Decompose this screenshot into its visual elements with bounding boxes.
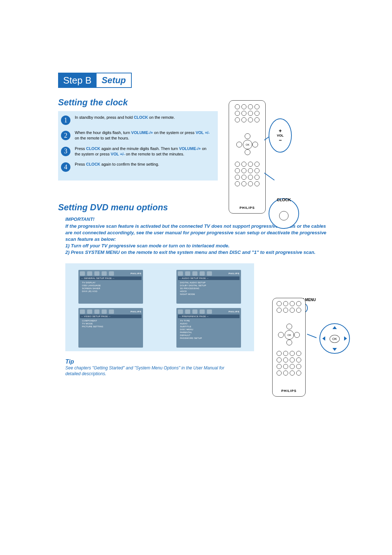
menu-item: NIGHT MODE [180, 293, 237, 296]
tip-label: Tip [65, 358, 232, 365]
tip-text: See chapters "Getting Started" and "Syst… [65, 365, 232, 377]
menu-item: TV TYPE [180, 319, 237, 322]
vol-minus-icon: − [279, 137, 282, 143]
step-text: When the hour digits flash, turn VOLUME-… [75, 130, 211, 141]
step-number: 3 [61, 147, 70, 156]
menu-item: DEFAULT [180, 334, 237, 337]
dvd-menus: PHILIPS -- GENERAL SETUP PAGE -- TV DISP… [65, 263, 254, 351]
remote-body: OK PHILIPS [272, 298, 306, 397]
menu-item: PICTURE SETTING [82, 325, 139, 328]
step-subtitle: Setup [97, 73, 132, 88]
menu-item: AUDIO [180, 322, 237, 325]
clock-step: 2 When the hour digits flash, turn VOLUM… [58, 129, 218, 145]
menu-item: HDCD [180, 290, 237, 293]
menu-title: -- AUDIO SETUP PAGE -- [178, 276, 240, 280]
menu-item: DOLBY DIGITAL SETUP [180, 284, 237, 287]
remote-illustration-2: SYSTEM MENU OK PHILIPS [272, 298, 381, 397]
menu-item: PARENTAL [180, 331, 237, 334]
ok-button-icon: OK [285, 330, 294, 340]
menu-item: 3D PROCESSING [180, 287, 237, 290]
step-text: Press CLOCK again to confirm the time se… [75, 162, 159, 167]
menu-item: SUBTITLE [180, 325, 237, 328]
remote-body: OK PHILIPS [229, 100, 266, 214]
svg-line-1 [264, 173, 274, 180]
tip-block: Tip See chapters "Getting Started" and "… [65, 358, 232, 377]
arrow-up-icon [332, 326, 337, 329]
menu-item: DIVX (R) VOD [82, 290, 139, 293]
menu-general: PHILIPS -- GENERAL SETUP PAGE -- TV DISP… [78, 270, 143, 304]
menu-item: TV MODE [82, 322, 139, 325]
menu-audio: PHILIPS -- AUDIO SETUP PAGE -- DIGITAL A… [176, 270, 241, 304]
step-text: Press CLOCK again and the minute digits … [75, 146, 211, 157]
clock-label: CLOCK [277, 198, 291, 202]
remote-illustration: OK PHILIPS + [229, 100, 338, 229]
menu-item: DISC MENU [180, 328, 237, 331]
clock-steps-box: 1 In standby mode, press and hold CLOCK … [58, 111, 218, 181]
step-text: In standby mode, press and hold CLOCK on… [75, 115, 175, 120]
svg-line-2 [307, 334, 317, 338]
step-number: 2 [61, 131, 70, 140]
menu-item: OSD LANGUAGE [82, 284, 139, 287]
menu-item: PASSWORD SETUP [180, 337, 237, 340]
menu-title: -- VIDEO SETUP PAGE -- [80, 315, 142, 318]
menu-title: -- PREFERENCE PAGE -- [178, 315, 240, 318]
menu-title: -- GENERAL SETUP PAGE -- [80, 276, 142, 280]
dpad-icon: OK [236, 133, 258, 155]
vol-label: VOL [277, 134, 284, 137]
callout-clock: CLOCK [269, 198, 299, 229]
arrow-left-icon [322, 336, 325, 341]
menu-preference: PHILIPS -- PREFERENCE PAGE -- TV TYPE AU… [176, 308, 241, 348]
dpad-icon: OK [278, 324, 300, 345]
menu-item: TV DISPLAY [82, 281, 139, 284]
ok-button-icon: OK [330, 335, 340, 343]
menu-video: PHILIPS -- VIDEO SETUP PAGE -- COMPONENT… [78, 308, 143, 348]
callout-dpad: OK [319, 323, 350, 354]
step-badge: Step B Setup [58, 73, 132, 88]
menu-item: DIGITAL AUDIO SETUP [180, 281, 237, 284]
clock-button-icon [279, 211, 289, 220]
step-number: 4 [61, 162, 70, 172]
ok-button-icon: OK [243, 140, 252, 149]
clock-step: 4 Press CLOCK again to confirm the time … [58, 160, 218, 175]
arrow-right-icon [344, 336, 347, 341]
remote-brand: PHILIPS [273, 389, 305, 393]
step-label: Step B [58, 73, 97, 88]
clock-step: 1 In standby mode, press and hold CLOCK … [58, 113, 218, 129]
arrow-down-icon [332, 348, 337, 351]
remote-button-icon [235, 104, 240, 109]
step-number: 1 [61, 116, 70, 125]
menu-item: SCREEN SAVER [82, 287, 139, 290]
menu-item: COMPONENT [82, 319, 139, 322]
remote-brand: PHILIPS [229, 206, 265, 210]
vol-plus-icon: + [279, 128, 282, 134]
callout-volume: + VOL − [269, 118, 292, 153]
clock-step: 3 Press CLOCK again and the minute digit… [58, 145, 218, 161]
